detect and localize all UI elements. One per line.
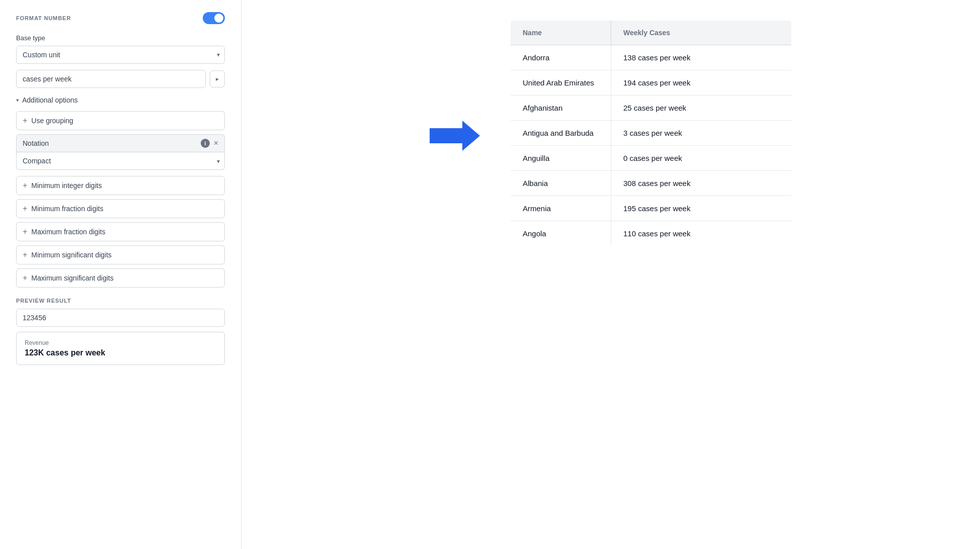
table-row: Angola 110 cases per week (511, 221, 792, 246)
table-cell-name: United Arab Emirates (511, 70, 611, 96)
table-cell-name: Antigua and Barbuda (511, 121, 611, 146)
min-significant-plus-icon: + (23, 251, 27, 259)
preview-label: PREVIEW RESULT (16, 298, 225, 304)
table-cell-name: Anguilla (511, 146, 611, 171)
toggle-thumb (214, 14, 223, 23)
table-row: Anguilla 0 cases per week (511, 146, 792, 171)
table-cell-name: Albania (511, 171, 611, 196)
arrow-container (430, 121, 480, 151)
base-type-label: Base type (16, 34, 225, 42)
additional-options-label: Additional options (22, 96, 78, 104)
additional-options-toggle[interactable]: ▾ Additional options (16, 96, 225, 104)
table-row: Andorra 138 cases per week (511, 45, 792, 70)
toggle-track[interactable] (203, 12, 225, 24)
use-grouping-plus-icon: + (23, 117, 27, 125)
preview-section: PREVIEW RESULT Revenue 123K cases per we… (16, 298, 225, 365)
svg-marker-0 (430, 121, 480, 151)
use-grouping-row[interactable]: + Use grouping (16, 111, 225, 130)
min-significant-label: Minimum significant digits (31, 251, 112, 259)
base-type-select[interactable]: Custom unit Number Percent Currency (16, 46, 225, 64)
data-table: Name Weekly Cases Andorra 138 cases per … (510, 20, 792, 246)
format-number-title: FORMAT NUMBER (16, 15, 71, 21)
table-row: Armenia 195 cases per week (511, 196, 792, 221)
right-panel: Name Weekly Cases Andorra 138 cases per … (241, 0, 980, 549)
format-number-toggle[interactable] (203, 12, 225, 24)
max-fraction-digits-row[interactable]: + Maximum fraction digits (16, 222, 225, 241)
preview-card: Revenue 123K cases per week (16, 332, 225, 365)
min-integer-label: Minimum integer digits (31, 181, 102, 190)
table-row: Albania 308 cases per week (511, 171, 792, 196)
notation-header: Notation i × (16, 134, 225, 152)
max-significant-plus-icon: + (23, 274, 27, 282)
table-cell-name: Andorra (511, 45, 611, 70)
column-header-name: Name (511, 21, 611, 45)
additional-options-chevron-icon: ▾ (16, 97, 19, 104)
notation-label: Notation (23, 139, 49, 147)
table-cell-weekly-cases: 110 cases per week (611, 221, 792, 246)
notation-info-icon[interactable]: i (201, 139, 210, 148)
min-significant-digits-row[interactable]: + Minimum significant digits (16, 245, 225, 264)
min-integer-plus-icon: + (23, 181, 27, 190)
notation-select-wrapper: Compact Standard Scientific Engineering … (16, 152, 225, 170)
preview-card-value: 123K cases per week (25, 348, 216, 357)
table-header-row: Name Weekly Cases (511, 21, 792, 45)
table-cell-weekly-cases: 138 cases per week (611, 45, 792, 70)
notation-icons: i × (201, 139, 218, 148)
preview-card-label: Revenue (25, 339, 216, 346)
table-cell-name: Armenia (511, 196, 611, 221)
notation-group: Notation i × Compact Standard Scientific… (16, 134, 225, 170)
min-integer-digits-row[interactable]: + Minimum integer digits (16, 176, 225, 195)
table-cell-weekly-cases: 25 cases per week (611, 96, 792, 121)
table-cell-weekly-cases: 0 cases per week (611, 146, 792, 171)
table-cell-weekly-cases: 308 cases per week (611, 171, 792, 196)
unit-arrow-button[interactable]: ▸ (210, 70, 225, 87)
table-row: Afghanistan 25 cases per week (511, 96, 792, 121)
preview-input[interactable] (16, 309, 225, 327)
max-fraction-plus-icon: + (23, 228, 27, 236)
table-cell-weekly-cases: 195 cases per week (611, 196, 792, 221)
table-cell-name: Afghanistan (511, 96, 611, 121)
chevron-right-icon: ▸ (216, 75, 219, 82)
use-grouping-label: Use grouping (31, 117, 73, 125)
notation-close-icon[interactable]: × (214, 139, 218, 148)
max-significant-digits-row[interactable]: + Maximum significant digits (16, 268, 225, 288)
base-type-select-wrapper: Custom unit Number Percent Currency ▾ (16, 46, 225, 64)
max-significant-label: Maximum significant digits (31, 274, 113, 282)
min-fraction-digits-row[interactable]: + Minimum fraction digits (16, 199, 225, 218)
format-number-header: FORMAT NUMBER (16, 12, 225, 24)
min-fraction-label: Minimum fraction digits (31, 205, 103, 213)
column-header-weekly-cases: Weekly Cases (611, 21, 792, 45)
table-row: United Arab Emirates 194 cases per week (511, 70, 792, 96)
notation-select[interactable]: Compact Standard Scientific Engineering (16, 152, 225, 170)
min-fraction-plus-icon: + (23, 205, 27, 213)
max-fraction-label: Maximum fraction digits (31, 228, 105, 236)
unit-input-row: ▸ (16, 70, 225, 88)
unit-input[interactable] (16, 70, 206, 88)
table-cell-weekly-cases: 3 cases per week (611, 121, 792, 146)
table-cell-weekly-cases: 194 cases per week (611, 70, 792, 96)
left-panel: FORMAT NUMBER Base type Custom unit Numb… (0, 0, 241, 549)
table-cell-name: Angola (511, 221, 611, 246)
table-row: Antigua and Barbuda 3 cases per week (511, 121, 792, 146)
forward-arrow-icon (430, 121, 480, 151)
